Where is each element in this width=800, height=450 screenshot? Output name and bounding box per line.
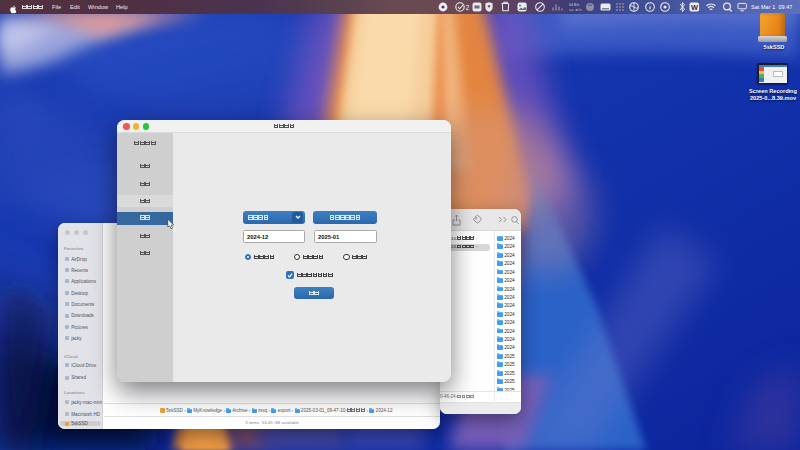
- svg-text:04 B/s: 04 B/s: [569, 3, 579, 7]
- svg-text:W: W: [691, 3, 698, 12]
- svg-text:2: 2: [466, 4, 470, 11]
- svg-text:14 B/s: 14 B/s: [569, 8, 582, 12]
